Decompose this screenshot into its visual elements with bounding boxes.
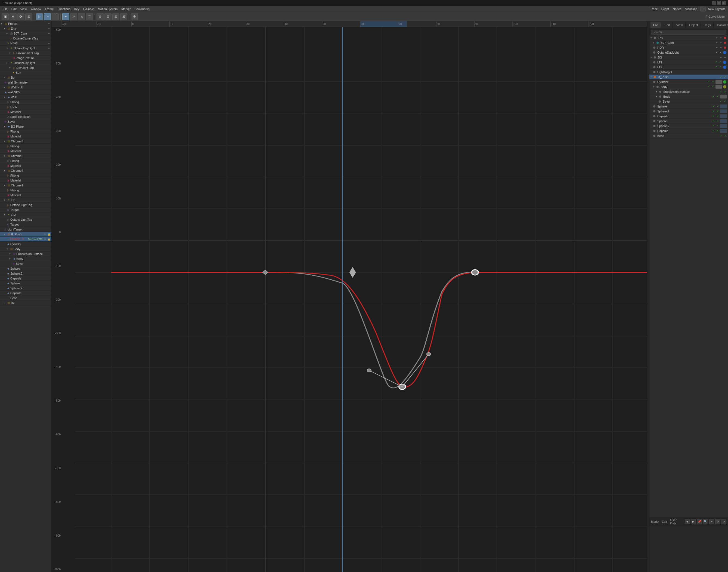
tab-nodes[interactable]: Nodes	[671, 7, 683, 11]
rtree-lt1[interactable]: LT1 ✓ ✓	[649, 60, 728, 65]
obj-lt2[interactable]: ▾ ☀ LT2	[0, 212, 52, 217]
obj-bevel2[interactable]: ⊕ Bevel	[0, 261, 52, 266]
obj-octanelighttag1[interactable]: ▷ Octane LightTag	[0, 203, 52, 207]
tool-fcurve-select[interactable]: ✦	[62, 13, 69, 20]
obj-imagetex[interactable]: ◨ ImageTexture	[0, 56, 52, 60]
r-lock-body-main[interactable]: ✓	[711, 85, 715, 88]
obj-chrome1[interactable]: ▾ ▤ Chrome1	[0, 183, 52, 188]
obj-target2[interactable]: ⊙ Target	[0, 222, 52, 227]
r-tab-edit[interactable]: Edit	[662, 22, 673, 28]
r-col-hdri[interactable]	[724, 47, 726, 49]
obj-octanedl2[interactable]: ▸ ☀ OctaneDayLight	[0, 60, 52, 65]
tool-curve[interactable]: 〜	[44, 13, 51, 20]
minimize-button[interactable]: _	[712, 1, 716, 5]
r-vis-sphere2[interactable]: ✓	[712, 109, 716, 113]
rb-mode-label[interactable]: Mode	[651, 520, 659, 523]
menu-motion[interactable]: Motion System	[96, 7, 119, 11]
tool-b1[interactable]: ⊞	[104, 13, 111, 20]
obj-material4[interactable]: ◨ Material	[0, 163, 52, 168]
rtree-octanedl[interactable]: OctaneDayLight ● ●	[649, 50, 728, 55]
r-lock-cylinder[interactable]: ✓	[711, 80, 715, 83]
obj-phong4[interactable]: ▷ Phong	[0, 158, 52, 163]
rtree-rpush[interactable]: ▾ R_Push ✓ ✓	[649, 75, 728, 79]
rb-forward-btn[interactable]: ▶	[691, 519, 696, 524]
obj-sun[interactable]: ● Sun	[0, 70, 52, 75]
rtree-sphere4[interactable]: Sphere.2 ✓ ✓	[649, 124, 728, 129]
r-vis-body-main[interactable]: ✓	[707, 85, 711, 88]
tool-b2[interactable]: ⊟	[112, 13, 119, 20]
rtree-sphere2[interactable]: Sphere.2 ✓ ✓	[649, 109, 728, 114]
r-vis-bg[interactable]: ●	[719, 56, 723, 59]
keyframe-left[interactable]	[263, 270, 268, 275]
obj-lt1[interactable]: ▾ ☀ LT1	[0, 198, 52, 203]
r-vis-capsule1[interactable]: ✓	[712, 114, 716, 118]
r-vis-octanedl[interactable]: ●	[714, 50, 718, 54]
r-lock-env[interactable]: ●	[719, 36, 723, 40]
obj-capsule1[interactable]: ◆ Capsule	[0, 276, 52, 281]
r-lock-rpush[interactable]: ✓	[723, 75, 727, 79]
obj-lighttarget[interactable]: ⊙ LightTarget	[0, 227, 52, 232]
curve-area[interactable]: 600 500 400 300 200 100 0 -100 -200 -300…	[52, 27, 647, 572]
r-vis-env[interactable]: ●	[715, 36, 719, 40]
obj-bg[interactable]: ▸ ▤ BG	[0, 300, 52, 305]
rtree-body-main[interactable]: ▾ Body ✓ ✓	[649, 84, 728, 89]
menu-fcurve[interactable]: F-Curve	[82, 7, 96, 11]
tool-scale[interactable]: ⊞	[25, 13, 32, 20]
r-tab-object[interactable]: Object	[686, 22, 701, 28]
rb-pin-btn[interactable]: 📌	[697, 519, 702, 524]
lock-positionx[interactable]: 🔒	[47, 237, 51, 241]
obj-bgplane[interactable]: ▾ ◆ BG Plane	[0, 124, 52, 129]
r-vis-hdri[interactable]: ●	[715, 46, 719, 50]
handle-2[interactable]	[427, 352, 431, 356]
r-lock-capsule2[interactable]: ✓	[716, 129, 720, 133]
r-lock-bend[interactable]: ✓	[723, 134, 727, 138]
r-vis-sphere4[interactable]: ✓	[712, 124, 716, 128]
obj-material3[interactable]: ◨ Material	[0, 149, 52, 153]
handle-1[interactable]	[367, 369, 371, 372]
tool-arc[interactable]: ⌒	[52, 13, 59, 20]
menu-view[interactable]: View	[19, 7, 28, 11]
rtree-sphere3[interactable]: Sphere ✓ ✓	[649, 119, 728, 124]
r-lock-sphere1[interactable]: ✓	[716, 104, 720, 108]
r-lock-sphere3[interactable]: ✓	[716, 119, 720, 123]
vis-hdri[interactable]: ●	[47, 42, 51, 45]
maximize-button[interactable]: □	[717, 1, 721, 5]
obj-material2[interactable]: ◨ Material	[0, 134, 52, 139]
obj-project[interactable]: ▾ ▤ Project ●	[0, 21, 52, 26]
tool-rotate[interactable]: ⟳	[17, 13, 24, 20]
obj-material6[interactable]: ◨ Material	[0, 193, 52, 198]
keyframe-right[interactable]	[472, 270, 478, 275]
r-vis-capsule2[interactable]: ✓	[712, 129, 716, 133]
r-vis-sphere1[interactable]: ✓	[712, 104, 716, 108]
rtree-s07cam[interactable]: ▸ S07_Cam ● ●	[649, 40, 728, 45]
obj-sphere1[interactable]: ◆ Sphere	[0, 266, 52, 271]
rtree-bevel-sub[interactable]: Bevel ✓ ✓	[649, 99, 728, 104]
rb-edit-label[interactable]: Edit	[662, 520, 667, 523]
rtree-env[interactable]: ▾ Env ● ●	[649, 35, 728, 40]
obj-chrome4[interactable]: ▾ ▤ Chrome4	[0, 168, 52, 173]
menu-edit[interactable]: Edit	[10, 7, 18, 11]
obj-hdri[interactable]: ☀ HDRI ●	[0, 41, 52, 46]
tool-a3[interactable]: ⇈	[86, 13, 93, 20]
r-tab-bookmarks[interactable]: Bookmarks	[714, 22, 728, 28]
obj-bo[interactable]: ▸ ▤ Bo	[0, 75, 52, 80]
vis-env[interactable]: ●	[47, 27, 51, 30]
obj-edgeselection[interactable]: △ Edge Selection	[0, 114, 52, 119]
rtree-sphere1[interactable]: Sphere ✓ ✓	[649, 104, 728, 109]
right-search-input[interactable]	[651, 30, 726, 34]
tab-visualize[interactable]: Visualize	[684, 7, 699, 11]
rtree-cylinder[interactable]: Cylinder ✓ ✓	[649, 79, 728, 84]
obj-sphere3[interactable]: ◆ Sphere	[0, 281, 52, 286]
r-vis-cylinder[interactable]: ✓	[707, 80, 711, 83]
obj-sphere4[interactable]: ◆ Sphere.2	[0, 286, 52, 291]
r-vis-s07cam[interactable]: ●	[715, 41, 719, 45]
vis-project[interactable]: ●	[47, 22, 51, 25]
menu-bookmarks[interactable]: Bookmarks	[133, 7, 151, 11]
rtree-subdivsurface[interactable]: ▾ Subdivision Surface ✓ ✓	[649, 89, 728, 94]
r-tab-file[interactable]: File	[650, 22, 661, 28]
vert-slider[interactable]	[647, 21, 649, 572]
r-tab-tags[interactable]: Tags	[702, 22, 714, 28]
r-col-octanedl[interactable]	[723, 51, 726, 54]
rtree-body-sub[interactable]: ▾ Body ✓ ✓	[649, 94, 728, 99]
r-lock-subdivsurface[interactable]: ✓	[723, 90, 727, 94]
